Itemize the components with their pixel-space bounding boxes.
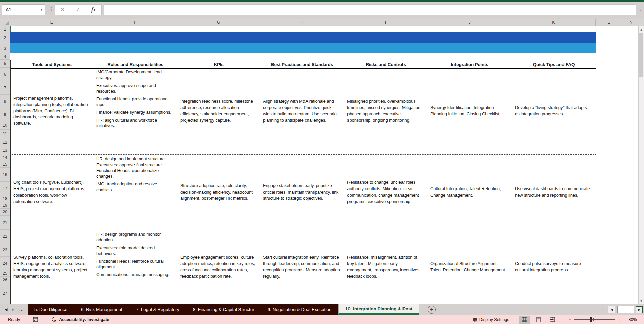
name-box[interactable]: A1 ▾ [2,4,45,15]
column-header-k[interactable]: K [512,19,596,26]
scroll-up-icon[interactable]: ▲ [639,26,644,33]
cell-tools-and-systems[interactable]: Org chart tools (OrgVue, Lucidchart), HR… [10,155,93,230]
zoom-in-icon[interactable]: + [615,317,624,322]
horizontal-scrollbar-thumb[interactable] [617,306,634,313]
row-header[interactable]: 27 [0,283,10,303]
cell-best-practices[interactable]: Align strategy with M&A rationale and co… [260,68,344,154]
column-header-h[interactable]: H [260,19,344,26]
header-cell-kpis[interactable]: KPIs [177,60,260,68]
sheet-tab-integration-planning-active[interactable]: 10. Integration Planning & Post [338,304,419,315]
row-header[interactable]: 5 [0,60,10,68]
scroll-down-icon[interactable]: ▼ [639,298,644,304]
vertical-scrollbar-thumb[interactable] [639,33,643,77]
row-header[interactable]: 24 [0,257,10,270]
header-cell-integration-points[interactable]: Integration Points [427,60,512,68]
cell-risks-and-controls[interactable]: Resistance to change, unclear roles, aut… [344,155,427,230]
row-header[interactable]: 7 [0,81,10,95]
row-header[interactable]: 10 [0,121,10,130]
cell-risks-and-controls[interactable]: Resistance, misalignment, attrition of k… [344,230,427,304]
cell-roles[interactable]: IMO/Corporate Development: lead strategy… [93,68,177,154]
zoom-slider[interactable] [574,319,615,320]
cell-integration-points[interactable]: Synergy Identification, Integration Plan… [427,68,512,154]
header-cell-risks[interactable]: Risks and Controls [344,60,427,68]
column-header-e[interactable]: E [10,19,93,26]
cell-integration-points[interactable]: Organizational Structure Alignment, Tale… [427,230,512,304]
view-normal-button[interactable] [519,316,530,324]
sheet-tab-risk-management[interactable]: 6. Risk Management [74,304,129,315]
column-header-i[interactable]: I [344,19,427,26]
cell-best-practices[interactable]: Start cultural integration early. Reinfo… [260,230,344,304]
row-header[interactable]: 2 [0,32,10,43]
row-header[interactable]: 25 [0,270,10,277]
column-header-f[interactable]: F [93,19,177,26]
sheet-tab-due-diligence[interactable]: 5. Due Diligence [28,304,74,315]
banner-row-light-blue[interactable] [10,43,596,53]
cell-risks-and-controls[interactable]: Misaligned priorities, over-ambitious ti… [344,68,427,154]
enter-icon[interactable]: ✓ [76,7,80,13]
sheet-tab-negotiation-deal[interactable]: 9. Negotiation & Deal Execution [261,304,338,315]
sheet-tab-legal-regulatory[interactable]: 7. Legal & Regulatory [129,304,186,315]
new-sheet-icon[interactable]: + [428,306,436,314]
scroll-left-icon[interactable]: ◀ [608,306,615,313]
select-all-button[interactable] [0,19,10,26]
tab-overflow-icon[interactable]: … [19,306,24,312]
row-header[interactable]: 17 [0,182,10,195]
row-header[interactable]: 18 [0,195,10,202]
row-header[interactable]: 15 [0,161,10,168]
row-header[interactable]: 20 [0,209,10,216]
name-box-dropdown-icon[interactable]: ▾ [40,7,42,12]
view-page-break-button[interactable] [547,316,558,324]
header-cell-best-practices[interactable]: Best Practices and Standards [260,60,344,68]
row-header[interactable]: 1 [0,26,10,32]
view-page-layout-button[interactable] [533,316,544,324]
row-header[interactable]: 21 [0,216,10,230]
row-header[interactable]: 8 [0,95,10,108]
zoom-slider-thumb[interactable] [590,317,592,322]
header-cell-quick-tips[interactable]: Quick Tips and FAQ [512,60,596,68]
formula-bar-expand-icon[interactable]: ⌄ [639,7,643,12]
row-header[interactable]: 12 [0,138,10,146]
row-header[interactable]: 26 [0,277,10,283]
row-header[interactable]: 6 [0,68,10,81]
insert-function-icon[interactable]: fx [91,7,96,13]
display-settings-button[interactable]: Display Settings [472,317,509,322]
cell-roles[interactable]: HR: design and implement structure. Exec… [93,155,177,230]
header-cell-roles[interactable]: Roles and Responsibilities [93,60,177,68]
column-header-n[interactable]: N [622,19,640,26]
row-header[interactable]: 11 [0,130,10,138]
banner-row-dark-blue[interactable] [10,32,596,43]
row-header[interactable]: 3 [0,43,10,53]
cell-quick-tips[interactable]: Use visual dashboards to communicate new… [512,155,596,230]
header-cell-tools[interactable]: Tools and Systems [10,60,93,68]
cancel-icon[interactable]: ✕ [61,7,65,13]
row-header[interactable]: 14 [0,154,10,161]
scrollbar-resize-handle[interactable]: ⋮ [601,307,605,312]
zoom-percent[interactable]: 80% [624,317,641,322]
macro-record-icon[interactable] [33,317,38,322]
cell-roles[interactable]: HR: design programs and monitor adoption… [93,230,177,304]
tab-nav-left-icon[interactable]: ◀ [5,307,7,312]
cell-kpis[interactable]: Integration readiness score, milestone a… [177,68,260,154]
column-header-j[interactable]: J [427,19,512,26]
cell-quick-tips[interactable]: Conduct pulse surveys to measure cultura… [512,230,596,304]
tab-nav-right-icon[interactable]: ▶ [12,307,14,312]
cell-quick-tips[interactable]: Develop a “living strategy” that adapts … [512,68,596,154]
formula-bar-input[interactable] [104,4,636,15]
scroll-right-icon[interactable]: ▶ [636,306,643,313]
column-header-l[interactable]: L [596,19,622,26]
row-header[interactable]: 4 [0,53,10,60]
row-header[interactable]: 23 [0,243,10,257]
column-header-g[interactable]: G [177,19,260,26]
vertical-scrollbar[interactable]: ▲ ▼ [638,26,644,304]
cell-kpis[interactable]: Employee engagement scores, culture adop… [177,230,260,304]
cell-tools-and-systems[interactable]: Project management platforms, integratio… [10,68,93,154]
row-header[interactable]: 9 [0,108,10,121]
zoom-out-icon[interactable]: − [566,317,574,322]
sheet-tab-financing-capital[interactable]: 8. Financing & Capital Structur [186,304,261,315]
cell-tools-and-systems[interactable]: Survey platforms, collaboration tools, H… [10,230,93,304]
row-header[interactable]: 16 [0,168,10,182]
row-header[interactable]: 13 [0,146,10,154]
accessibility-status[interactable]: Accessibility: Investigate [51,317,109,322]
cell-best-practices[interactable]: Engage stakeholders early, prioritize cr… [260,155,344,230]
cell-integration-points[interactable]: Cultural Integration, Talent Retention, … [427,155,512,230]
